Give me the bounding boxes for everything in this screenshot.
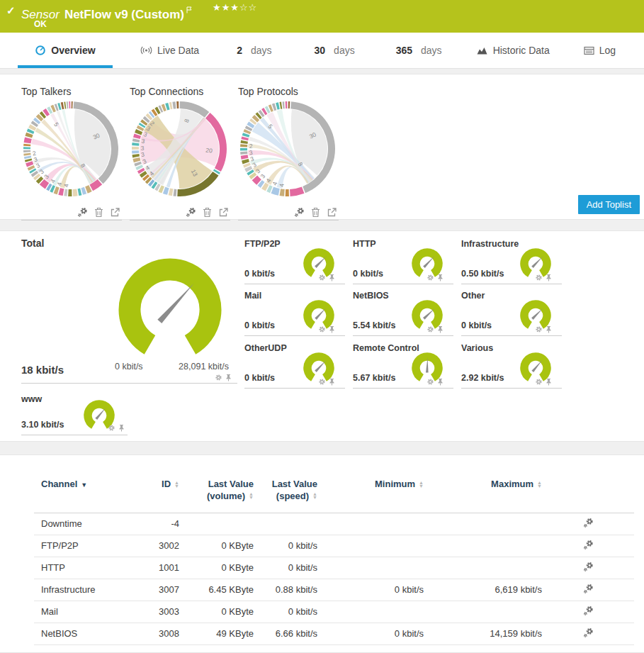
chord-chart[interactable]: 305844433332 bbox=[21, 101, 120, 197]
settings-icon[interactable] bbox=[186, 207, 196, 218]
tab-log[interactable]: Log bbox=[574, 33, 626, 68]
chord-chart[interactable]: 82013443333332 bbox=[130, 101, 229, 197]
open-external-icon[interactable] bbox=[110, 207, 120, 218]
cell-id: 3007 bbox=[140, 579, 179, 601]
add-toplist-button[interactable]: Add Toplist bbox=[578, 195, 640, 214]
gauge-tile-http: HTTP 0 kbit/s bbox=[353, 239, 453, 284]
cell-maximum bbox=[424, 513, 542, 535]
settings-icon[interactable] bbox=[535, 325, 543, 333]
column-header-channel[interactable]: Channel▼ bbox=[34, 474, 140, 513]
tab-label: Live Data bbox=[157, 45, 199, 56]
tab-bar: Overview Live Data 2 days 30 days 365 da… bbox=[0, 33, 644, 69]
delete-icon[interactable] bbox=[311, 207, 320, 218]
gauge-actions bbox=[215, 374, 232, 381]
open-external-icon[interactable] bbox=[327, 207, 337, 218]
sort-icon: ▲▼ bbox=[537, 481, 542, 489]
gauge-value: 5.67 kbit/s bbox=[353, 373, 395, 383]
column-header-lastvalue-volume[interactable]: Last Value(volume)▲▼ bbox=[179, 474, 254, 513]
cell-id: 1001 bbox=[140, 557, 179, 579]
sort-icon: ▲▼ bbox=[419, 481, 424, 489]
gauge-tile-other: Other 0 kbit/s bbox=[461, 291, 562, 336]
cell-minimum bbox=[317, 535, 424, 557]
settings-icon[interactable] bbox=[426, 325, 434, 333]
pin-icon[interactable] bbox=[546, 378, 552, 386]
cell-minimum bbox=[317, 513, 424, 535]
settings-icon[interactable] bbox=[318, 274, 326, 281]
settings-icon[interactable] bbox=[318, 325, 326, 333]
pin-icon[interactable] bbox=[329, 274, 335, 281]
tab-overview[interactable]: Overview bbox=[18, 33, 113, 68]
channel-settings-icon[interactable] bbox=[583, 627, 594, 638]
pin-icon[interactable] bbox=[546, 274, 552, 281]
tab-live-data[interactable]: Live Data bbox=[130, 33, 209, 68]
channel-settings-icon[interactable] bbox=[583, 605, 594, 616]
cell-speed: 0 kbit/s bbox=[254, 601, 317, 623]
delete-icon[interactable] bbox=[94, 207, 103, 218]
cell-channel: Downtime bbox=[34, 513, 140, 535]
svg-text:4: 4 bbox=[62, 184, 69, 188]
channel-settings-icon[interactable] bbox=[583, 518, 594, 528]
tab-day-number: 365 bbox=[396, 45, 412, 56]
tab-365-days[interactable]: 365 days bbox=[386, 33, 452, 68]
chord-chart[interactable]: 3058444333332 bbox=[238, 101, 337, 197]
sensor-header: ✓ SensorNetFlow v9 (Custom) ★★★☆☆ OK bbox=[0, 0, 644, 33]
cell-channel: HTTP bbox=[34, 557, 140, 579]
gauge-chart bbox=[105, 246, 236, 365]
gauge-value: 0 kbit/s bbox=[244, 373, 275, 383]
toplist-title: Top Talkers bbox=[21, 86, 122, 97]
settings-icon[interactable] bbox=[535, 274, 543, 281]
pin-icon[interactable] bbox=[437, 325, 444, 333]
pin-icon[interactable] bbox=[225, 374, 232, 381]
gauge-tile-infrastructure: Infrastructure 0.50 kbit/s bbox=[461, 239, 562, 284]
pin-icon[interactable] bbox=[329, 378, 335, 386]
settings-icon[interactable] bbox=[108, 424, 115, 432]
pin-icon[interactable] bbox=[437, 378, 444, 386]
tab-2-days[interactable]: 2 days bbox=[227, 33, 281, 68]
tab-day-word: days bbox=[334, 45, 355, 56]
settings-icon[interactable] bbox=[215, 374, 222, 381]
cell-channel: Mail bbox=[34, 601, 140, 623]
gauge-value: 18 kbit/s bbox=[21, 364, 64, 376]
log-icon bbox=[584, 46, 594, 55]
pin-icon[interactable] bbox=[118, 424, 125, 432]
gauge-value: 0 kbit/s bbox=[461, 320, 492, 330]
settings-icon[interactable] bbox=[426, 274, 434, 281]
settings-icon[interactable] bbox=[535, 378, 543, 386]
column-header-maximum[interactable]: Maximum▲▼ bbox=[424, 474, 542, 513]
settings-icon[interactable] bbox=[426, 378, 434, 386]
cell-speed: 6.66 kbit/s bbox=[254, 623, 317, 644]
settings-icon[interactable] bbox=[77, 207, 88, 218]
settings-icon[interactable] bbox=[318, 378, 326, 386]
pin-icon[interactable] bbox=[437, 274, 444, 281]
gauge-tile-otherudp: OtherUDP 0 kbit/s bbox=[244, 343, 345, 389]
channel-settings-icon[interactable] bbox=[583, 562, 594, 572]
pin-icon[interactable] bbox=[546, 325, 552, 333]
settings-icon[interactable] bbox=[294, 207, 305, 218]
cell-channel: NetBIOS bbox=[34, 623, 140, 644]
cell-speed bbox=[254, 513, 317, 535]
cell-id: -4 bbox=[140, 513, 179, 535]
sort-desc-icon: ▼ bbox=[81, 481, 87, 489]
open-external-icon[interactable] bbox=[218, 207, 229, 218]
column-header-minimum[interactable]: Minimum▲▼ bbox=[317, 474, 424, 513]
table-row-infrastructure: Infrastructure 3007 6.45 KByte 0.88 kbit… bbox=[34, 579, 634, 601]
table-row-http: HTTP 1001 0 KByte 0 kbit/s bbox=[34, 557, 634, 579]
channel-settings-icon[interactable] bbox=[583, 584, 594, 594]
cell-speed: 0 kbit/s bbox=[254, 557, 317, 579]
tab-day-word: days bbox=[251, 45, 272, 56]
tab-label: Historic Data bbox=[493, 45, 550, 56]
column-header-id[interactable]: ID▲▼ bbox=[140, 474, 179, 513]
page-title: NetFlow v9 (Custom) bbox=[64, 8, 184, 21]
delete-icon[interactable] bbox=[203, 207, 212, 218]
toplist-title: Top Protocols bbox=[238, 86, 339, 97]
cell-volume: 49 KByte bbox=[179, 623, 254, 644]
pin-icon[interactable] bbox=[329, 325, 335, 333]
channel-settings-icon[interactable] bbox=[583, 540, 594, 550]
cell-channel: Infrastructure bbox=[34, 579, 140, 601]
tab-30-days[interactable]: 30 days bbox=[305, 33, 365, 68]
column-header-lastvalue-speed[interactable]: Last Value(speed)▲▼ bbox=[254, 474, 317, 513]
flag-icon[interactable] bbox=[186, 3, 193, 16]
priority-stars[interactable]: ★★★☆☆ bbox=[213, 2, 257, 13]
tab-historic-data[interactable]: Historic Data bbox=[466, 33, 560, 68]
gauge-tile-various: Various 2.92 kbit/s bbox=[461, 343, 562, 389]
